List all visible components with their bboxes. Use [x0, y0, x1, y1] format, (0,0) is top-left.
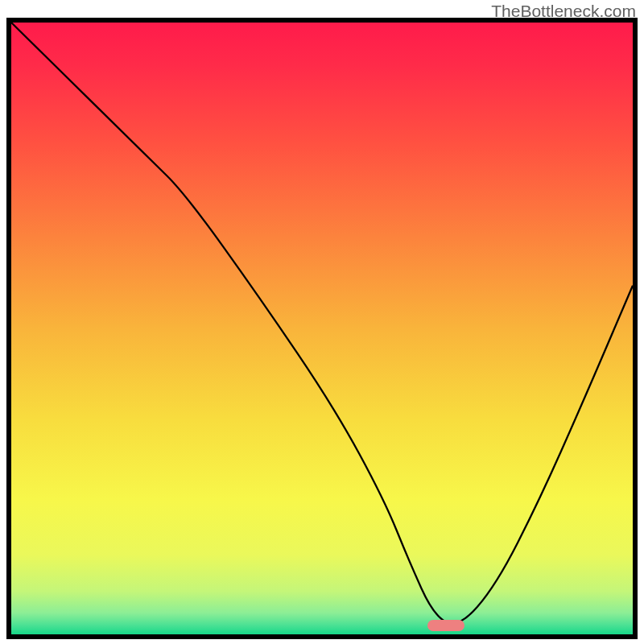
chart-wrapper: TheBottleneck.com	[0, 0, 644, 644]
plot-frame	[11, 23, 633, 634]
optimal-point-marker	[427, 620, 464, 631]
attribution-text: TheBottleneck.com	[491, 2, 636, 21]
curve-line	[11, 23, 633, 634]
